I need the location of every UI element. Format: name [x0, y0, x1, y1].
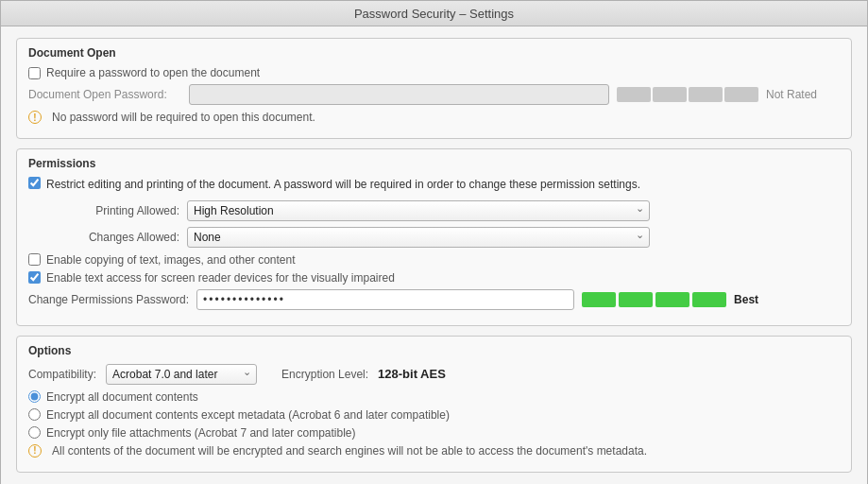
radio2-row: Encrypt all document contents except met…	[28, 408, 840, 422]
restrict-label[interactable]: Restrict editing and printing of the doc…	[46, 177, 640, 193]
encrypt-all-radio[interactable]	[28, 390, 41, 403]
restrict-checkbox[interactable]	[28, 177, 41, 189]
options-title: Options	[28, 344, 840, 357]
radio1-row: Encrypt all document contents	[28, 390, 840, 404]
doc-password-row: Document Open Password: Not Rated	[28, 84, 840, 105]
content: Document Open Require a password to open…	[1, 26, 867, 484]
permissions-title: Permissions	[28, 157, 840, 170]
nr-block-4	[724, 87, 758, 102]
options-info-icon: !	[28, 444, 42, 458]
changes-select-wrapper: None Inserting, deleting, and rotating p…	[187, 227, 650, 248]
encrypt-attachments-radio[interactable]	[28, 426, 41, 439]
doc-password-input[interactable]	[189, 84, 609, 105]
perm-password-row: Change Permissions Password: Best	[28, 289, 840, 310]
compat-select-wrapper: Acrobat 5.0 and later Acrobat 6.0 and la…	[106, 364, 257, 385]
info-icon: !	[28, 111, 42, 124]
restrict-row: Restrict editing and printing of the doc…	[28, 177, 840, 193]
changes-row: Changes Allowed: None Inserting, deletin…	[28, 227, 840, 248]
compatibility-select[interactable]: Acrobat 5.0 and later Acrobat 6.0 and la…	[106, 364, 257, 385]
strength-block-4	[692, 292, 726, 307]
encrypt-except-meta-label[interactable]: Encrypt all document contents except met…	[46, 408, 450, 422]
copy-text-checkbox[interactable]	[28, 253, 41, 266]
copy-text-label[interactable]: Enable copying of text, images, and othe…	[46, 253, 296, 267]
dialog: Password Security – Settings Document Op…	[0, 0, 868, 484]
require-password-label[interactable]: Require a password to open the document	[46, 66, 260, 79]
document-open-section: Document Open Require a password to open…	[16, 38, 852, 139]
radio3-row: Encrypt only file attachments (Acrobat 7…	[28, 426, 840, 440]
printing-label: Printing Allowed:	[28, 204, 179, 217]
options-section: Options Compatibility: Acrobat 5.0 and l…	[16, 336, 852, 473]
nr-block-2	[653, 87, 687, 102]
printing-select[interactable]: None Low Resolution (150 dpi) High Resol…	[187, 200, 650, 221]
document-open-title: Document Open	[28, 46, 840, 60]
strength-block-1	[582, 292, 616, 307]
printing-row: Printing Allowed: None Low Resolution (1…	[28, 200, 840, 221]
encryption-label: Encryption Level:	[281, 368, 368, 381]
strength-label: Best	[734, 293, 758, 306]
require-password-row: Require a password to open the document	[28, 66, 840, 79]
compatibility-label: Compatibility:	[28, 368, 96, 381]
options-info-text: All contents of the document will be enc…	[52, 444, 647, 458]
perm-password-input[interactable]	[196, 289, 574, 310]
doc-password-label: Document Open Password:	[28, 88, 189, 101]
title-bar: Password Security – Settings	[1, 1, 867, 26]
encrypt-attachments-label[interactable]: Encrypt only file attachments (Acrobat 7…	[46, 426, 356, 440]
screen-reader-row: Enable text access for screen reader dev…	[28, 271, 840, 285]
strength-block-3	[655, 292, 689, 307]
screen-reader-label[interactable]: Enable text access for screen reader dev…	[46, 271, 395, 285]
changes-label: Changes Allowed:	[28, 231, 179, 244]
not-rated-label: Not Rated	[766, 88, 817, 101]
copy-text-row: Enable copying of text, images, and othe…	[28, 253, 840, 267]
require-password-checkbox[interactable]	[28, 67, 41, 79]
doc-info-text: No password will be required to open thi…	[52, 111, 315, 124]
encryption-value: 128-bit AES	[378, 367, 446, 381]
screen-reader-checkbox[interactable]	[28, 271, 41, 284]
nr-block-1	[617, 87, 651, 102]
encrypt-except-meta-radio[interactable]	[28, 408, 41, 421]
changes-select[interactable]: None Inserting, deleting, and rotating p…	[187, 227, 650, 248]
strength-bar	[582, 292, 726, 307]
nr-block-3	[689, 87, 723, 102]
permissions-section: Permissions Restrict editing and printin…	[16, 148, 852, 326]
dialog-title: Password Security – Settings	[354, 7, 514, 21]
strength-block-2	[619, 292, 653, 307]
perm-password-label: Change Permissions Password:	[28, 293, 189, 306]
compatibility-row: Compatibility: Acrobat 5.0 and later Acr…	[28, 364, 840, 385]
encrypt-all-label[interactable]: Encrypt all document contents	[46, 390, 198, 404]
printing-select-wrapper: None Low Resolution (150 dpi) High Resol…	[187, 200, 650, 221]
not-rated-strength	[617, 87, 758, 102]
doc-info-row: ! No password will be required to open t…	[28, 111, 840, 124]
options-info-row: ! All contents of the document will be e…	[28, 444, 840, 458]
